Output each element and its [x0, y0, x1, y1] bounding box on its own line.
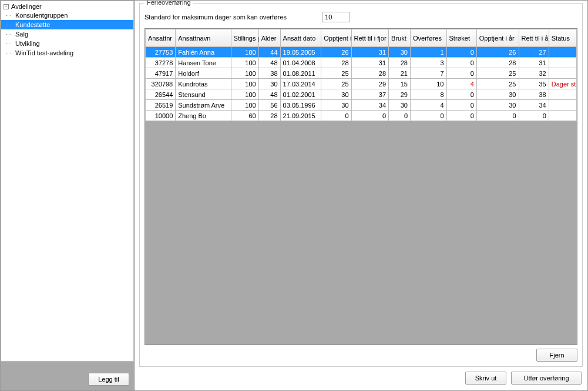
tree-item[interactable]: Konsulentgruppen: [1, 11, 133, 20]
table-row[interactable]: 47917Holdorf1003801.08.2011252821702532: [146, 68, 577, 79]
cell[interactable]: 47917: [146, 68, 176, 79]
data-grid[interactable]: AnsattnrAnsattnavnStillings prosentAlder…: [145, 28, 577, 345]
table-row[interactable]: 37278Hansen Tone1004801.04.2008283128302…: [146, 58, 577, 68]
cell[interactable]: 0: [446, 68, 476, 79]
column-header[interactable]: Alder: [258, 29, 280, 47]
cell[interactable]: 48: [258, 58, 280, 68]
cell[interactable]: 0: [446, 58, 476, 68]
table-row[interactable]: 320798Kundrotas1003017.03.20142529151042…: [146, 79, 577, 89]
cell[interactable]: 32: [519, 68, 549, 79]
column-header[interactable]: Strøket: [446, 29, 476, 47]
cell[interactable]: 03.05.1996: [280, 100, 321, 111]
cell[interactable]: 28: [389, 58, 411, 68]
cell[interactable]: 100: [231, 89, 258, 100]
cell[interactable]: [549, 89, 576, 100]
cell[interactable]: 56: [258, 100, 280, 111]
cell[interactable]: Stensund: [176, 89, 231, 100]
cell[interactable]: 26: [321, 47, 351, 58]
cell[interactable]: 26519: [146, 100, 176, 111]
tree-root-item[interactable]: − Avdelinger: [1, 2, 133, 11]
tree-item[interactable]: Salg: [1, 29, 133, 39]
cell[interactable]: 30: [258, 79, 280, 89]
column-header[interactable]: Ansatt dato: [280, 29, 321, 47]
cell[interactable]: 4: [446, 79, 476, 89]
cell[interactable]: 25: [476, 79, 519, 89]
cell[interactable]: [549, 58, 576, 68]
column-header[interactable]: Ansattnr: [146, 29, 176, 47]
cell[interactable]: 0: [321, 111, 351, 121]
cell[interactable]: [549, 68, 576, 79]
cell[interactable]: 10: [411, 79, 447, 89]
cell[interactable]: 0: [519, 111, 549, 121]
cell[interactable]: Sundstrøm Arve: [176, 100, 231, 111]
cell[interactable]: 100: [231, 100, 258, 111]
cell[interactable]: 29: [351, 79, 389, 89]
column-header[interactable]: Stillings prosent: [231, 29, 258, 47]
add-button[interactable]: Legg til: [88, 373, 129, 386]
cell[interactable]: 100: [231, 68, 258, 79]
cell[interactable]: 100: [231, 79, 258, 89]
cell[interactable]: 1: [411, 47, 447, 58]
cell[interactable]: 01.04.2008: [280, 58, 321, 68]
cell[interactable]: 31: [351, 58, 389, 68]
max-days-input[interactable]: [322, 12, 350, 22]
cell[interactable]: 01.08.2011: [280, 68, 321, 79]
cell[interactable]: 4: [411, 100, 447, 111]
cell[interactable]: 25: [476, 68, 519, 79]
tree-item[interactable]: Kundestøtte: [1, 20, 133, 29]
column-header[interactable]: Ansattnavn: [176, 29, 231, 47]
cell[interactable]: 0: [351, 111, 389, 121]
cell[interactable]: 0: [476, 111, 519, 121]
cell[interactable]: [549, 47, 576, 58]
cell[interactable]: 0: [446, 89, 476, 100]
cell[interactable]: 30: [321, 89, 351, 100]
cell[interactable]: 0: [411, 111, 447, 121]
cell[interactable]: 60: [231, 111, 258, 121]
remove-button[interactable]: Fjern: [536, 349, 577, 362]
column-header[interactable]: Rett til i år: [519, 29, 549, 47]
cell[interactable]: 38: [258, 68, 280, 79]
cell[interactable]: 320798: [146, 79, 176, 89]
cell[interactable]: 0: [389, 111, 411, 121]
cell[interactable]: 0: [446, 111, 476, 121]
column-header[interactable]: Brukt: [389, 29, 411, 47]
cell[interactable]: 21: [389, 68, 411, 79]
cell[interactable]: 3: [411, 58, 447, 68]
cell[interactable]: 34: [519, 100, 549, 111]
cell[interactable]: 28: [321, 58, 351, 68]
cell[interactable]: 01.02.2001: [280, 89, 321, 100]
cell[interactable]: 37: [351, 89, 389, 100]
cell[interactable]: 19.05.2005: [280, 47, 321, 58]
cell[interactable]: 27: [519, 47, 549, 58]
execute-transfer-button[interactable]: Utfør overføring: [511, 372, 582, 385]
cell[interactable]: 0: [446, 100, 476, 111]
cell[interactable]: 31: [351, 47, 389, 58]
cell[interactable]: 44: [258, 47, 280, 58]
cell[interactable]: 8: [411, 89, 447, 100]
cell[interactable]: 15: [389, 79, 411, 89]
column-header[interactable]: Rett til i fjor: [351, 29, 389, 47]
cell[interactable]: 100: [231, 47, 258, 58]
cell[interactable]: 0: [446, 47, 476, 58]
cell[interactable]: 26: [476, 47, 519, 58]
cell[interactable]: 25: [321, 79, 351, 89]
cell[interactable]: Zheng Bo: [176, 111, 231, 121]
column-header[interactable]: Status: [549, 29, 576, 47]
cell[interactable]: 17.03.2014: [280, 79, 321, 89]
cell[interactable]: 30: [389, 100, 411, 111]
cell[interactable]: 35: [519, 79, 549, 89]
column-header[interactable]: Opptjent i fjor: [321, 29, 351, 47]
table-row[interactable]: 26519Sundstrøm Arve1005603.05.1996303430…: [146, 100, 577, 111]
cell[interactable]: Kundrotas: [176, 79, 231, 89]
cell[interactable]: 37278: [146, 58, 176, 68]
cell[interactable]: [549, 100, 576, 111]
cell[interactable]: 10000: [146, 111, 176, 121]
cell[interactable]: Dager st: [549, 79, 576, 89]
cell[interactable]: 28: [476, 58, 519, 68]
cell[interactable]: 38: [519, 89, 549, 100]
cell[interactable]: 30: [389, 47, 411, 58]
cell[interactable]: 30: [321, 100, 351, 111]
tree-item[interactable]: Utvikling: [1, 39, 133, 48]
cell[interactable]: 28: [351, 68, 389, 79]
cell[interactable]: Holdorf: [176, 68, 231, 79]
